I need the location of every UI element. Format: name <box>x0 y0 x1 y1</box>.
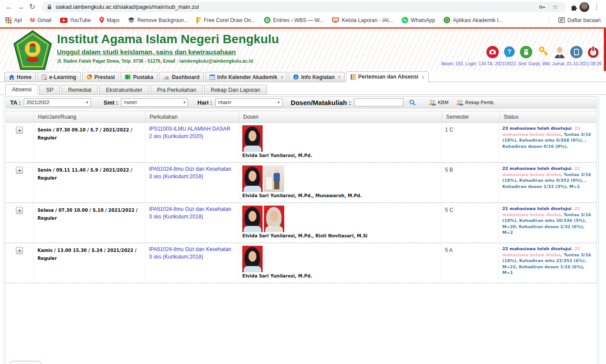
partially-visible-button[interactable] <box>10 361 41 364</box>
rekap-pemb-button[interactable]: Rekap Pemb. <box>456 99 495 105</box>
smt-select[interactable]: =smt= ▾ <box>121 98 188 107</box>
bookmark-kelola[interactable]: Kelola Laporan - IAI... <box>332 17 393 23</box>
report-icon <box>332 17 339 23</box>
corel-icon <box>196 17 201 23</box>
hari-select[interactable]: =hari= ▾ <box>215 98 282 107</box>
notebook-icon <box>41 74 47 80</box>
subtab-sp[interactable]: SP <box>39 85 60 94</box>
diamond-icon <box>128 17 135 23</box>
tab-elearning[interactable]: e-Learning <box>37 72 80 82</box>
help-icon[interactable]: ? <box>503 45 516 59</box>
bookmarks-bar: Apl M Gmail YouTube Maps Remove Backgrou… <box>0 14 606 27</box>
reading-list-button[interactable]: Daftar bacaan <box>558 17 601 23</box>
course-link[interactable]: IPS11003-ILMU ALAMIAH DASAR 2 sks (Kurik… <box>149 125 233 140</box>
profile-avatar[interactable] <box>580 2 589 12</box>
user-icon[interactable] <box>553 45 566 59</box>
ta-label: TA : <box>10 99 21 106</box>
tab-pertemuan-absensi[interactable]: Pertemuan dan Absensi x <box>346 71 428 82</box>
chevron-down-icon: ▾ <box>86 100 88 105</box>
reload-icon[interactable]: ↻ <box>26 1 38 13</box>
extensions-icon[interactable] <box>570 3 578 11</box>
reading-list-icon <box>558 17 565 23</box>
url-bar[interactable]: siakad.iainbengkulu.ac.id/siakad/pages/m… <box>41 2 566 12</box>
info-icon: i <box>293 74 299 80</box>
session-info: Akses: 183, Login: 134 TA: 2021/2022, Sm… <box>441 61 602 66</box>
main-tab-bar: Home e-Learning Prestasi Pustaka Dashboa… <box>0 71 606 82</box>
bookmark-apl[interactable]: Apl <box>5 17 22 23</box>
column-header-perkuliahan: Perkuliahan <box>146 111 239 122</box>
tab-prestasi[interactable]: Prestasi <box>82 72 120 82</box>
institution-address: Jl. Raden Fatah Pagar Dewa, Telp. 0736 -… <box>57 58 279 64</box>
column-header-expand <box>6 111 34 122</box>
semester-value: 1 C <box>445 127 453 133</box>
dosen-search-input[interactable] <box>354 98 403 106</box>
table-row: + Kamis / 13.00 15.30 / S.24 / 2021/2022… <box>6 243 597 283</box>
close-icon[interactable]: x <box>338 75 340 79</box>
menu-icon[interactable]: ⋮ <box>591 3 602 11</box>
browser-toolbar: ← → ↻ siakad.iainbengkulu.ac.id/siakad/p… <box>0 0 606 14</box>
tablet-icon[interactable] <box>570 45 583 59</box>
tab-pustaka[interactable]: Pustaka <box>120 72 158 82</box>
course-link[interactable]: IPA51024-Ilmu Gizi dan Kesehatan 3 sks (… <box>149 246 233 261</box>
institution-logo <box>12 30 53 71</box>
bookmarks-divider: | <box>548 16 550 24</box>
whatsapp-icon <box>402 17 408 23</box>
tab-home[interactable]: Home <box>4 72 36 82</box>
url-text: siakad.iainbengkulu.ac.id/siakad/pages/m… <box>56 4 535 10</box>
expand-row-button[interactable]: + <box>16 127 23 134</box>
subtab-absensi[interactable]: Absensi <box>5 84 38 95</box>
bookmark-gmail[interactable]: M Gmail <box>30 17 51 23</box>
browser-chrome: ← → ↻ siakad.iainbengkulu.ac.id/siakad/p… <box>0 0 606 27</box>
android-icon[interactable] <box>519 45 533 59</box>
site-header: Institut Agama Islam Negeri Bengkulu Ung… <box>0 29 606 71</box>
kbm-button[interactable]: KBM <box>429 99 448 105</box>
close-icon[interactable]: x <box>422 75 424 79</box>
wordpress-icon <box>264 17 271 23</box>
lock-icon <box>47 4 52 10</box>
bookmark-youtube[interactable]: YouTube <box>60 17 91 23</box>
expand-row-button[interactable]: + <box>16 207 23 214</box>
course-link[interactable]: IPA51024-Ilmu Gizi dan Kesehatan 3 sks (… <box>149 206 233 221</box>
dosen-label: Dosen/Matakuliah : <box>291 99 351 106</box>
logout-icon[interactable] <box>587 45 600 59</box>
institution-title: Institut Agama Islam Negeri Bengkulu <box>57 32 279 46</box>
bookmark-akademik[interactable]: Aplikasi Akademik I... <box>444 17 503 23</box>
status-text: 22 mahasiswa telah disetujui, 22 mahasis… <box>502 165 593 189</box>
bookmark-star-icon[interactable]: ☆ <box>550 3 561 11</box>
password-key-icon[interactable] <box>539 4 546 10</box>
status-text: 23 mahasiswa telah disetujui, 23 mahasis… <box>502 125 593 149</box>
column-header-dosen: Dosen <box>239 111 442 122</box>
institution-tagline: Unggul dalam studi keislaman, sains dan … <box>57 48 279 56</box>
subtab-ekstrakurikuler[interactable]: Ekstrakurikuler <box>99 85 149 94</box>
lecturer-names: Elvida Sari Yunilarosi, M.Pd., Munawaroh… <box>242 193 437 198</box>
close-icon[interactable]: x <box>281 75 283 79</box>
expand-row-button[interactable]: + <box>16 167 23 174</box>
lecturer-names: Elvida Sari Yunilarosi, M.Pd. <box>242 153 437 158</box>
subtab-remedial[interactable]: Remedial <box>61 85 98 94</box>
column-header-status: Status <box>500 111 597 122</box>
forward-icon[interactable]: → <box>15 1 26 13</box>
content-panel: TA : 2021/2022 ▾ Smt : =smt= ▾ Hari : =h… <box>4 96 599 364</box>
filter-bar: TA : 2021/2022 ▾ Smt : =smt= ▾ Hari : =h… <box>6 96 597 109</box>
camera-icon[interactable] <box>486 45 499 59</box>
back-icon[interactable]: ← <box>4 1 15 13</box>
tab-dashboard[interactable]: Dashboard <box>159 72 204 82</box>
key-icon[interactable] <box>536 45 550 59</box>
schedule-text: Senin / 07.30 09.10 / S.7 / 2021/2022 / … <box>38 128 132 140</box>
bookmark-corel[interactable]: Free Corel Draw On... <box>196 17 255 23</box>
tab-info-kegiatan[interactable]: i Info Kegiatan x <box>289 72 345 82</box>
search-icon[interactable] <box>409 99 416 106</box>
course-link[interactable]: IPA51024-Ilmu Gizi dan Kesehatan 3 sks (… <box>149 165 233 180</box>
subtab-rekap-laporan[interactable]: Rekap Dan Laporan <box>204 85 267 94</box>
bookmark-maps[interactable]: Maps <box>99 17 120 23</box>
bookmark-entries[interactable]: Entries ‹ WBS — W... <box>264 17 324 23</box>
bookmark-whatsapp[interactable]: WhatsApp <box>402 17 435 23</box>
bookmark-remove-bg[interactable]: Remove Backgroun... <box>128 17 188 23</box>
column-header-hari: Hari/Jam/Ruang <box>34 111 146 122</box>
ta-select[interactable]: 2021/2022 ▾ <box>24 98 91 107</box>
subtab-pra-perkuliahan[interactable]: Pra Perkuliahan <box>151 85 203 94</box>
expand-row-button[interactable]: + <box>16 247 23 254</box>
hari-label: Hari : <box>197 99 212 106</box>
tab-info-kalender[interactable]: Info Kalender Akademik x <box>205 72 287 82</box>
home-icon <box>9 75 15 80</box>
